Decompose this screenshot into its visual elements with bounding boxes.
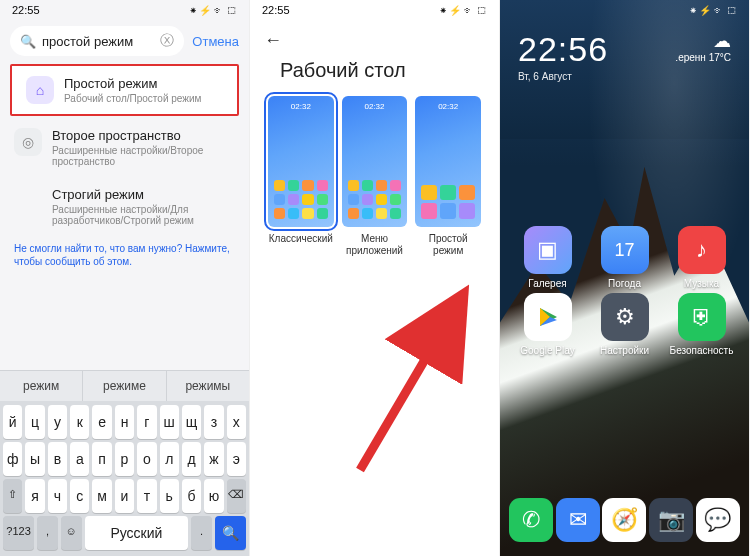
app-grid: ▣Галерея17Погода♪МузыкаGoogle Play⚙Настр… [500, 86, 749, 356]
key[interactable]: . [191, 516, 212, 550]
status-icons: ⁕ ⚡ ᯤ ⬚ [439, 5, 487, 16]
clock-time: 22:56 [518, 30, 608, 69]
app-Музыка[interactable]: ♪Музыка [666, 226, 737, 289]
key[interactable]: з [204, 405, 223, 439]
key[interactable]: т [137, 479, 156, 513]
key[interactable]: щ [182, 405, 201, 439]
app-Погода[interactable]: 17Погода [589, 226, 660, 289]
key[interactable]: л [160, 442, 179, 476]
key[interactable]: х [227, 405, 246, 439]
key[interactable]: ц [25, 405, 44, 439]
keyboard-suggestions: режим режиме режимы [0, 370, 249, 401]
dock-app[interactable]: ✉ [556, 498, 600, 542]
app-Галерея[interactable]: ▣Галерея [512, 226, 583, 289]
key[interactable]: ⌫ [227, 479, 246, 513]
cancel-button[interactable]: Отмена [192, 34, 239, 49]
result-sub: Расширенные настройки/Второе пространств… [52, 145, 235, 167]
home-icon: ⌂ [26, 76, 54, 104]
cloud-icon: ☁ [675, 30, 731, 52]
search-icon: 🔍 [20, 34, 36, 49]
app-Безопасность[interactable]: ⛨Безопасность [666, 293, 737, 356]
result-sub: Рабочий стол/Простой режим [64, 93, 223, 104]
clear-icon[interactable]: ⓧ [160, 32, 174, 50]
key[interactable]: ф [3, 442, 22, 476]
result-simple-mode[interactable]: ⌂ Простой режим Рабочий стол/Простой реж… [10, 64, 239, 116]
space-icon: ◎ [14, 128, 42, 156]
key[interactable]: э [227, 442, 246, 476]
key[interactable]: а [70, 442, 89, 476]
status-icons: ⁕ ⚡ ᯤ ⬚ [689, 5, 737, 16]
dock: ✆✉🧭📷💬 [508, 498, 741, 546]
key[interactable]: ?123 [3, 516, 34, 550]
key[interactable]: 🔍 [215, 516, 246, 550]
screen-home: ⁕ ⚡ ᯤ ⬚ 22:56 Вт, 6 Август ☁ ․еренн 17°C… [500, 0, 750, 556]
key[interactable]: й [3, 405, 22, 439]
result-title: Простой режим [64, 76, 223, 91]
result-title: Строгий режим [52, 187, 235, 202]
key[interactable]: д [182, 442, 201, 476]
result-second-space[interactable]: ◎ Второе пространство Расширенные настро… [0, 118, 249, 177]
dock-app[interactable]: 💬 [696, 498, 740, 542]
back-button[interactable]: ← [264, 30, 282, 51]
suggestion[interactable]: режиме [83, 371, 166, 401]
help-link[interactable]: Не смогли найти то, что вам нужно? Нажми… [0, 236, 249, 274]
key[interactable]: р [115, 442, 134, 476]
clock-widget[interactable]: 22:56 Вт, 6 Август ☁ ․еренн 17°C [500, 20, 749, 86]
key[interactable]: ж [204, 442, 223, 476]
search-input[interactable]: 🔍 простой режим ⓧ [10, 26, 184, 56]
keyboard: йцукенгшщзх фывапролджэ ⇧ячсмитьбю⌫ ?123… [0, 401, 249, 556]
key[interactable]: , [37, 516, 58, 550]
key[interactable]: ☺ [61, 516, 82, 550]
key[interactable]: ч [48, 479, 67, 513]
app-Настройки[interactable]: ⚙Настройки [589, 293, 660, 356]
key[interactable]: с [70, 479, 89, 513]
key[interactable]: Русский [85, 516, 189, 550]
key[interactable]: я [25, 479, 44, 513]
style-option[interactable]: 02:32Простой режим [415, 96, 481, 257]
search-row: 🔍 простой режим ⓧ Отмена [0, 20, 249, 62]
status-bar: 22:55 ⁕ ⚡ ᯤ ⬚ [0, 0, 249, 20]
clock-date: Вт, 6 Август [518, 71, 608, 82]
style-options: 02:32Классический02:32Меню приложений02:… [250, 96, 499, 257]
style-option[interactable]: 02:32Меню приложений [342, 96, 408, 257]
result-strict-mode[interactable]: Строгий режим Расширенные настройки/Для … [0, 177, 249, 236]
key[interactable]: г [137, 405, 156, 439]
app-Google Play[interactable]: Google Play [512, 293, 583, 356]
annotation-arrow [350, 280, 480, 480]
key[interactable]: е [92, 405, 111, 439]
header: ← [250, 20, 499, 55]
suggestion[interactable]: режимы [167, 371, 249, 401]
key[interactable]: к [70, 405, 89, 439]
result-title: Второе пространство [52, 128, 235, 143]
key[interactable]: и [115, 479, 134, 513]
svg-line-0 [360, 300, 460, 470]
status-bar: ⁕ ⚡ ᯤ ⬚ [500, 0, 749, 20]
key[interactable]: н [115, 405, 134, 439]
key[interactable]: ю [204, 479, 223, 513]
key[interactable]: п [92, 442, 111, 476]
key[interactable]: ь [160, 479, 179, 513]
key[interactable]: ⇧ [3, 479, 22, 513]
blank-icon [14, 187, 42, 215]
style-option[interactable]: 02:32Классический [268, 96, 334, 257]
page-title: Рабочий стол [250, 55, 499, 96]
key[interactable]: м [92, 479, 111, 513]
status-time: 22:55 [12, 4, 40, 16]
result-sub: Расширенные настройки/Для разработчиков/… [52, 204, 235, 226]
key[interactable]: ш [160, 405, 179, 439]
key[interactable]: б [182, 479, 201, 513]
search-query: простой режим [42, 34, 154, 49]
dock-app[interactable]: 🧭 [602, 498, 646, 542]
dock-app[interactable]: 📷 [649, 498, 693, 542]
key[interactable]: у [48, 405, 67, 439]
status-icons: ⁕ ⚡ ᯤ ⬚ [189, 5, 237, 16]
screen-search-settings: 22:55 ⁕ ⚡ ᯤ ⬚ 🔍 простой режим ⓧ Отмена ⌂… [0, 0, 250, 556]
key[interactable]: ы [25, 442, 44, 476]
key[interactable]: о [137, 442, 156, 476]
key[interactable]: в [48, 442, 67, 476]
status-time: 22:55 [262, 4, 290, 16]
screen-desktop-style: 22:55 ⁕ ⚡ ᯤ ⬚ ← Рабочий стол 02:32Класси… [250, 0, 500, 556]
dock-app[interactable]: ✆ [509, 498, 553, 542]
suggestion[interactable]: режим [0, 371, 83, 401]
weather-widget[interactable]: ☁ ․еренн 17°C [675, 30, 731, 63]
